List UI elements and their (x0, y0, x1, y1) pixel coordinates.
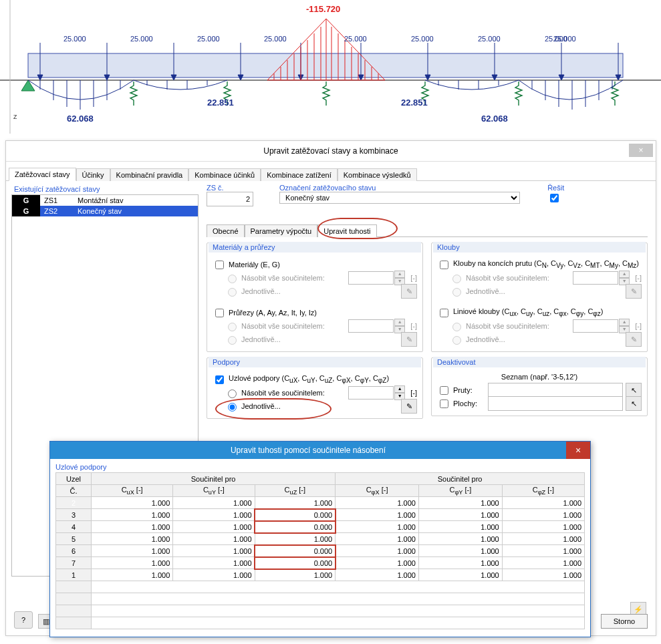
materials-checkbox[interactable] (215, 261, 224, 269)
load-case-row[interactable]: G ZS1 Montážní stav (12, 195, 198, 206)
nodal-supports-checkbox[interactable] (215, 375, 224, 384)
svg-text:22.851: 22.851 (401, 98, 428, 108)
support-individual-radio[interactable] (228, 403, 237, 412)
svg-text:25.000: 25.000 (411, 35, 434, 43)
subtab-general[interactable]: Obecné (207, 224, 245, 237)
existing-list-header: Existující zatěžovací stavy (11, 184, 199, 194)
svg-text:z: z (13, 112, 17, 120)
table-row[interactable]: 61.0001.0000.0001.0001.0001.000 (56, 545, 585, 557)
svg-marker-23 (21, 80, 35, 91)
svg-text:22.851: 22.851 (207, 98, 234, 108)
members-list-input[interactable] (488, 383, 623, 397)
hinge-mult-all-radio (452, 275, 461, 283)
surfaces-list-input[interactable] (488, 396, 623, 411)
svg-text:62.068: 62.068 (67, 114, 94, 124)
sub-close-button[interactable]: × (566, 442, 590, 459)
group-supports: Podpory Uzlové podpory (CuX, CuY, CuZ, C… (207, 357, 423, 419)
svg-text:25.000: 25.000 (63, 35, 86, 43)
load-case-row[interactable]: G ZS2 Konečný stav (12, 206, 198, 216)
sub-tabs: Obecné Parametry výpočtu Upravit tuhosti (207, 224, 648, 237)
zs-no-input[interactable] (207, 192, 253, 206)
tab-action-comb[interactable]: Kombinace účinků (188, 168, 261, 181)
stiffness-factors-table[interactable]: Uzel Součinitel pro Součinitel pro Č. Cu… (55, 472, 585, 629)
subtab-calc-params[interactable]: Parametry výpočtu (245, 224, 318, 237)
table-row[interactable]: 21.0001.0001.0001.0001.0001.000 (56, 497, 585, 509)
zs-no-label: ZS č. (207, 184, 224, 192)
table-row[interactable]: 11.0001.0001.0001.0001.0001.000 (56, 569, 585, 581)
edit-icon: ✎ (626, 284, 642, 299)
subtab-modify-stiffness[interactable]: Upravit tuhosti (317, 224, 376, 237)
pick-icon[interactable]: ↖ (626, 383, 642, 397)
svg-text:25.000: 25.000 (130, 35, 153, 43)
edit-icon: ✎ (401, 284, 417, 299)
sub-dialog-title: Upravit tuhosti pomocí součinitele násob… (50, 446, 566, 455)
svg-text:62.068: 62.068 (481, 114, 508, 124)
svg-text:25.000: 25.000 (344, 35, 367, 43)
beam-moment-diagram: 25.000 25.000 25.000 25.000 25.000 25.00… (0, 0, 661, 134)
svg-text:25.000: 25.000 (553, 35, 576, 43)
sections-checkbox[interactable] (215, 309, 224, 317)
edit-icon: ✎ (401, 332, 417, 347)
member-hinges-checkbox[interactable] (440, 261, 448, 269)
mat-individual-radio (228, 288, 237, 297)
svg-text:25.000: 25.000 (478, 35, 501, 43)
svg-text:25.000: 25.000 (264, 35, 287, 43)
svg-rect-2 (28, 53, 623, 77)
hinge-individual-radio (452, 288, 461, 297)
lhinge-individual-radio (452, 336, 461, 345)
group-deactivate: Deaktivovat Seznam (např. '3-5,12') Prut… (431, 357, 648, 416)
deactivate-list-hint: Seznam (např. '3-5,12') (437, 373, 642, 381)
edit-icon: ✎ (626, 332, 642, 347)
tab-load-comb[interactable]: Kombinace zatížení (261, 168, 338, 181)
lc-name-label: Označení zatěžovacího stavu (279, 184, 376, 192)
deactivate-members-checkbox[interactable] (440, 386, 448, 395)
main-tabs: Zatěžovací stavy Účinky Kombinační pravi… (6, 162, 656, 181)
tab-comb-rules[interactable]: Kombinační pravidla (110, 168, 189, 181)
solve-checkbox[interactable] (550, 194, 559, 202)
svg-text:25.000: 25.000 (197, 35, 220, 43)
solve-label: Řešit (547, 184, 564, 192)
spinner-up: ▲ (394, 271, 405, 278)
line-hinges-checkbox[interactable] (440, 309, 448, 317)
close-button[interactable]: × (629, 144, 653, 157)
modify-stiffness-factors-dialog: Upravit tuhosti pomocí součinitele násob… (49, 441, 591, 637)
sec-mult-all-radio (228, 323, 237, 331)
cancel-button[interactable]: Storno (601, 614, 648, 629)
deactivate-surfaces-checkbox[interactable] (440, 399, 448, 408)
group-hinges: Klouby Klouby na koncích prutu (CN, CVy,… (431, 243, 648, 352)
table-row[interactable]: 31.0001.0000.0001.0001.0001.000 (56, 509, 585, 521)
sec-individual-radio (228, 336, 237, 345)
help-button[interactable]: ? (14, 611, 33, 629)
mat-mult-all-radio (228, 275, 237, 283)
pick-icon[interactable]: ↖ (626, 396, 642, 411)
table-row[interactable]: 51.0001.0001.0001.0001.0001.000 (56, 533, 585, 545)
table-row[interactable]: 71.0001.0000.0001.0001.0001.000 (56, 557, 585, 569)
tab-result-comb[interactable]: Kombinace výsledků (338, 168, 417, 181)
sub-table-header: Uzlové podpory (55, 463, 585, 471)
edit-individual-button[interactable]: ✎ (401, 399, 417, 414)
group-materials-sections: Materiály a průřezy Materiály (E, G) Nás… (207, 243, 423, 352)
lc-name-select[interactable]: Konečný stav (279, 192, 520, 204)
tab-actions[interactable]: Účinky (76, 168, 110, 181)
tab-load-cases[interactable]: Zatěžovací stavy (9, 168, 76, 181)
peak-moment-label: -115.720 (306, 4, 340, 14)
table-row[interactable]: 41.0001.0000.0001.0001.0001.000 (56, 521, 585, 533)
support-mult-all-radio[interactable] (228, 389, 237, 398)
dialog-title: Upravit zatěžovací stavy a kombinace (263, 146, 398, 156)
spinner-up[interactable]: ▲ (394, 385, 405, 393)
lhinge-mult-all-radio (452, 323, 461, 331)
